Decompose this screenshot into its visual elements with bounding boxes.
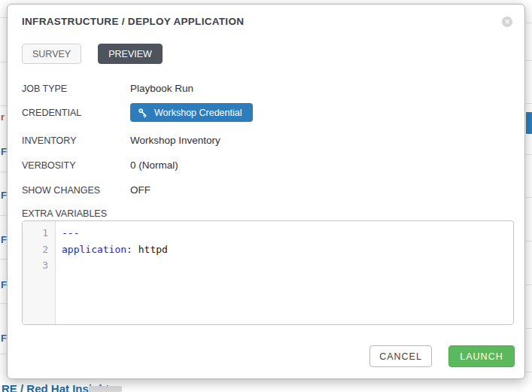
verbosity-label: VERBOSITY	[22, 160, 130, 171]
line-number: 1	[23, 225, 55, 242]
extra-variables-editor: 1 2 3 --- application: httpd	[22, 220, 514, 325]
job-type-label: JOB TYPE	[22, 84, 130, 94]
close-icon[interactable]: ✕	[502, 17, 512, 27]
tab-preview[interactable]: PREVIEW	[98, 44, 163, 64]
code-line	[62, 257, 513, 274]
background-right-edge	[526, 0, 532, 392]
background-text-fragment: r	[1, 111, 5, 123]
code-line: application: httpd	[62, 242, 513, 258]
line-number: 2	[23, 242, 55, 258]
extra-variables-label: EXTRA VARIABLES	[22, 208, 107, 219]
field-row-inventory: INVENTORY Workshop Inventory	[22, 135, 510, 146]
editor-code-area[interactable]: --- application: httpd	[56, 221, 513, 324]
background-left-edge: r F F F F F	[0, 0, 7, 392]
tab-survey[interactable]: SURVEY	[22, 44, 81, 64]
show-changes-value: OFF	[130, 184, 150, 196]
background-text-fragment: F	[1, 190, 7, 201]
background-blue-element	[526, 112, 532, 134]
code-line: ---	[62, 225, 513, 242]
yaml-key-token: application	[62, 244, 126, 255]
background-text-fragment: F	[1, 146, 7, 157]
inventory-value: Workshop Inventory	[130, 135, 220, 146]
credential-badge-label: Workshop Credential	[154, 108, 242, 118]
deploy-application-modal: INFRASTRUCTURE / DEPLOY APPLICATION ✕ SU…	[7, 4, 525, 379]
cancel-button[interactable]: CANCEL	[369, 345, 432, 367]
background-text-fragment: F	[1, 333, 7, 344]
editor-line-number-gutter: 1 2 3	[23, 221, 56, 324]
yaml-value-token: httpd	[138, 244, 168, 255]
background-bottom-edge: RE / Red Hat Insights	[0, 380, 532, 392]
key-icon	[138, 108, 148, 118]
background-text-fragment: F	[1, 234, 7, 245]
yaml-doc-start-token: ---	[62, 227, 79, 239]
credential-badge[interactable]: Workshop Credential	[130, 103, 253, 122]
field-row-verbosity: VERBOSITY 0 (Normal)	[22, 160, 510, 171]
yaml-colon-token: :	[126, 244, 138, 255]
field-row-credential: CREDENTIAL Workshop Credential	[22, 103, 510, 122]
line-number: 3	[23, 257, 55, 274]
verbosity-value: 0 (Normal)	[130, 160, 178, 171]
background-gray-fragment	[89, 386, 122, 392]
background-text-fragment: F	[1, 279, 7, 290]
modal-title: INFRASTRUCTURE / DEPLOY APPLICATION	[22, 16, 244, 27]
show-changes-label: SHOW CHANGES	[22, 185, 130, 196]
field-row-job-type: JOB TYPE Playbook Run	[22, 83, 510, 94]
credential-label: CREDENTIAL	[22, 108, 130, 118]
field-row-show-changes: SHOW CHANGES OFF	[22, 184, 510, 196]
tab-bar: SURVEY PREVIEW	[22, 44, 163, 64]
inventory-label: INVENTORY	[22, 135, 130, 146]
launch-button[interactable]: LAUNCH	[448, 345, 515, 367]
job-type-value: Playbook Run	[130, 83, 193, 94]
